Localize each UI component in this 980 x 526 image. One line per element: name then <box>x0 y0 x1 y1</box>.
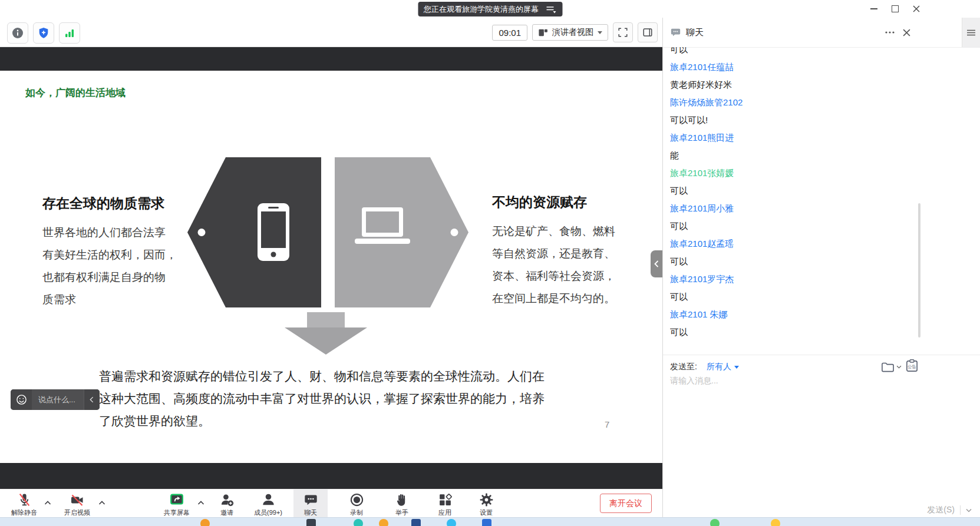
toolbar-item-share-screen[interactable]: 共享屏幕 <box>158 492 196 517</box>
chat-message-text: 可以 <box>670 291 956 303</box>
chat-message-input[interactable]: 请输入消息... <box>670 376 718 386</box>
chat-sender-name[interactable]: 旅卓2101任蕴喆 <box>670 61 956 73</box>
chevron-up-icon[interactable] <box>98 499 106 506</box>
taskbar-app-icon[interactable] <box>354 519 363 526</box>
announcement-button[interactable]: 公告 <box>905 359 919 375</box>
panel-menu-button[interactable] <box>962 18 980 47</box>
toolbar-item-label: 聊天 <box>293 508 328 517</box>
invite-icon <box>211 492 243 508</box>
view-mode-dropdown[interactable]: 演讲者视图 <box>532 24 608 41</box>
slide-bottom-letterbox <box>0 463 662 489</box>
chat-message-text: 黄老师好米好米 <box>670 79 956 91</box>
toolbar-item-invite[interactable]: 邀请 <box>211 492 243 517</box>
toolbar-item-label: 共享屏幕 <box>158 508 196 517</box>
record-icon <box>339 492 374 508</box>
members-icon <box>246 492 290 508</box>
taskbar-app-icon[interactable] <box>411 519 421 526</box>
chat-more-button[interactable] <box>882 18 897 47</box>
chevron-down-icon <box>896 365 902 369</box>
meeting-toolbar: 解除静音开启视频共享屏幕邀请成员(99+)聊天录制举手应用设置 离开会议 <box>0 489 662 517</box>
shield-plus-icon <box>38 27 50 39</box>
slide-right-heading: 不均的资源赋存 <box>492 193 587 211</box>
send-divider <box>960 505 961 515</box>
taskbar-app-icon[interactable] <box>771 519 780 526</box>
meeting-window: 您正在观看旅游学院黄清燕的屏幕 09:01 演讲者视图 <box>0 0 980 526</box>
close-icon <box>903 29 910 37</box>
titlebar: 您正在观看旅游学院黄清燕的屏幕 <box>0 0 980 18</box>
camera-off-icon <box>59 492 95 508</box>
slide-right-body: 无论是矿产、食物、燃料 等自然资源，还是教育、 资本、福利等社会资源， 在空间上… <box>492 220 639 310</box>
raise-hand-icon <box>384 492 420 508</box>
chat-panel: 聊天 可以旅卓2101任蕴喆黄老师好米好米陈许炀炀旅管2102可以可以!旅卓21… <box>662 18 980 517</box>
smartphone-icon <box>258 203 289 261</box>
chat-sender-name[interactable]: 旅卓2101赵孟瑶 <box>670 238 956 250</box>
taskbar-app-icon[interactable] <box>379 519 388 526</box>
chat-message-text: 可以 <box>670 47 956 55</box>
chat-icon <box>293 492 328 508</box>
fullscreen-button[interactable] <box>613 22 633 42</box>
toolbar-item-label: 成员(99+) <box>246 508 290 517</box>
overlay-collapse-icon[interactable] <box>84 389 100 410</box>
meeting-info-button[interactable] <box>7 22 28 44</box>
quick-chat-overlay[interactable]: 说点什么... <box>11 389 100 410</box>
svg-text:公告: 公告 <box>908 364 916 369</box>
signal-bars-icon <box>64 27 75 39</box>
toolbar-item-label: 设置 <box>469 508 503 517</box>
chat-panel-collapse-handle[interactable] <box>651 250 662 277</box>
shared-screen-area: 如今，广阔的生活地域 存在全球的物质需求 世界各地的人们都合法享 有美好生活的权… <box>0 47 662 489</box>
security-button[interactable] <box>33 22 54 44</box>
screen-share-title: 您正在观看旅游学院黄清燕的屏幕 <box>424 4 539 15</box>
apps-icon <box>428 492 462 508</box>
chat-sender-name[interactable]: 旅卓2101罗宇杰 <box>670 273 956 285</box>
toolbar-item-members[interactable]: 成员(99+) <box>246 492 290 517</box>
chat-scrollbar[interactable] <box>918 203 920 338</box>
toolbar-item-chat[interactable]: 聊天 <box>293 489 328 518</box>
maximize-icon[interactable] <box>889 3 901 15</box>
network-signal-button[interactable] <box>59 22 80 44</box>
taskbar-app-icon[interactable] <box>710 519 720 526</box>
chevron-up-icon[interactable] <box>197 499 205 506</box>
taskbar-app-icon[interactable] <box>306 519 316 526</box>
chevron-down-icon <box>734 366 739 369</box>
chevron-up-icon[interactable] <box>44 499 52 506</box>
toolbar-item-label: 开启视频 <box>59 508 95 517</box>
banner-menu-icon[interactable] <box>546 5 556 14</box>
minimize-icon[interactable] <box>868 3 880 15</box>
send-options-icon[interactable] <box>966 508 972 512</box>
close-icon[interactable] <box>910 3 922 15</box>
send-to-bar: 发送至: 所有人 公告 <box>663 355 980 378</box>
toolbar-item-settings[interactable]: 设置 <box>469 492 503 517</box>
toolbar-item-raise-hand[interactable]: 举手 <box>384 492 420 517</box>
leave-meeting-button[interactable]: 离开会议 <box>600 494 652 513</box>
toolbar-item-label: 解除静音 <box>7 508 41 517</box>
toolbar-item-record[interactable]: 录制 <box>339 492 374 517</box>
taskbar-app-icon[interactable] <box>447 519 456 526</box>
announcement-icon: 公告 <box>905 359 919 373</box>
chat-sender-name[interactable]: 旅卓2101熊田进 <box>670 132 956 144</box>
emoji-icon[interactable] <box>11 389 32 410</box>
meeting-timer: 09:01 <box>492 25 527 41</box>
send-row: 发送(S) <box>927 505 972 515</box>
chat-close-button[interactable] <box>899 18 914 47</box>
chat-sender-name[interactable]: 旅卓2101 朱娜 <box>670 309 956 320</box>
file-transfer-button[interactable] <box>881 361 902 373</box>
toolbar-item-camera-off[interactable]: 开启视频 <box>59 492 95 517</box>
chat-sender-name[interactable]: 旅卓2101周小雅 <box>670 203 956 214</box>
quick-chat-input[interactable]: 说点什么... <box>32 395 84 405</box>
send-button[interactable]: 发送(S) <box>927 505 955 515</box>
side-panel-button[interactable] <box>638 22 658 42</box>
screen-share-banner: 您正在观看旅游学院黄清燕的屏幕 <box>418 2 562 16</box>
os-taskbar[interactable] <box>0 517 980 526</box>
chat-message-text: 可以 <box>670 220 956 232</box>
chat-message-text: 可以 <box>670 256 956 267</box>
taskbar-app-icon[interactable] <box>482 519 491 526</box>
chat-sender-name[interactable]: 陈许炀炀旅管2102 <box>670 97 956 108</box>
layout-view-icon <box>538 28 548 38</box>
toolbar-item-apps[interactable]: 应用 <box>428 492 462 517</box>
chat-sender-name[interactable]: 旅卓2101张婧媛 <box>670 167 956 179</box>
send-to-dropdown[interactable]: 所有人 <box>707 362 739 372</box>
toolbar-item-mic-muted[interactable]: 解除静音 <box>7 492 41 517</box>
taskbar-app-icon[interactable] <box>200 519 210 526</box>
toolbar-item-label: 举手 <box>384 508 420 517</box>
chat-message-list[interactable]: 可以旅卓2101任蕴喆黄老师好米好米陈许炀炀旅管2102可以可以!旅卓2101熊… <box>670 47 956 352</box>
